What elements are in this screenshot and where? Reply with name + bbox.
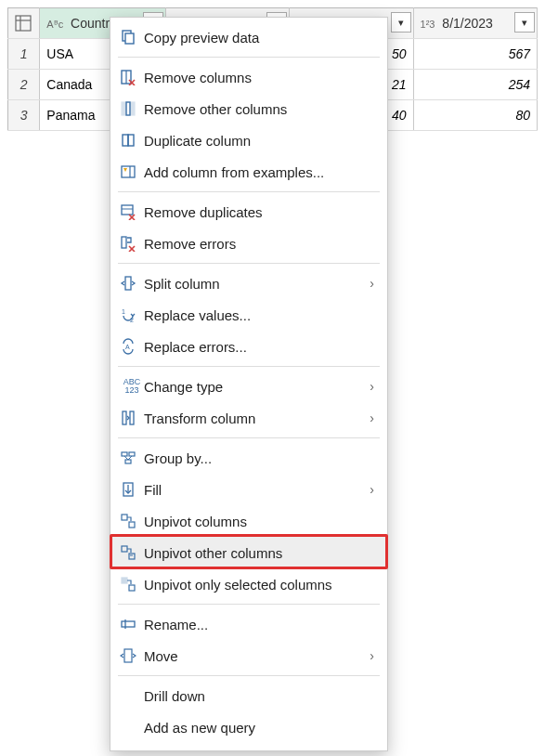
svg-rect-39: [122, 546, 127, 552]
svg-rect-42: [129, 585, 135, 591]
menu-fill[interactable]: Fill ›: [110, 474, 387, 505]
svg-rect-29: [130, 411, 134, 424]
table-icon: [15, 15, 32, 32]
svg-rect-30: [122, 452, 127, 456]
menu-label: Split column: [144, 276, 370, 292]
menu-remove-errors[interactable]: Remove errors: [110, 228, 387, 259]
cell-d3[interactable]: 567: [413, 39, 537, 70]
menu-replace-values[interactable]: 12 Replace values...: [110, 299, 387, 331]
menu-separator: [118, 366, 380, 367]
submenu-arrow-icon: ›: [370, 648, 374, 663]
row-number: 3: [8, 100, 40, 131]
menu-label: Transform column: [144, 411, 370, 426]
submenu-arrow-icon: ›: [370, 379, 374, 394]
menu-drill-down[interactable]: Drill down: [110, 680, 387, 711]
svg-rect-0: [16, 16, 31, 31]
add-column-examples-icon: [120, 163, 144, 180]
menu-separator: [118, 604, 380, 605]
duplicate-column-icon: [120, 132, 144, 149]
remove-duplicates-icon: [120, 203, 144, 220]
menu-transform-column[interactable]: Transform column ›: [110, 402, 387, 434]
menu-separator: [118, 675, 380, 676]
menu-label: Remove other columns: [144, 101, 374, 117]
svg-text:2: 2: [130, 317, 134, 323]
svg-rect-11: [131, 102, 135, 115]
menu-split-column[interactable]: Split column ›: [110, 267, 387, 299]
type-number-icon: 1²3: [421, 19, 435, 30]
svg-rect-28: [123, 411, 126, 424]
menu-add-column-from-examples[interactable]: Add column from examples...: [110, 156, 387, 188]
svg-rect-10: [126, 102, 130, 115]
menu-separator: [118, 57, 380, 58]
svg-line-33: [124, 456, 128, 460]
svg-rect-14: [122, 166, 135, 177]
menu-separator: [118, 263, 380, 264]
menu-remove-duplicates[interactable]: Remove duplicates: [110, 196, 387, 228]
unpivot-selected-icon: [120, 576, 144, 593]
column-header-label: 8/1/2023: [442, 16, 493, 31]
svg-rect-41: [122, 578, 127, 583]
select-all-corner[interactable]: [8, 8, 40, 39]
menu-unpivot-selected-columns[interactable]: Unpivot only selected columns: [110, 568, 387, 600]
rename-icon: [120, 616, 144, 632]
svg-rect-38: [129, 522, 135, 528]
menu-replace-errors[interactable]: A Replace errors...: [110, 331, 387, 362]
menu-add-as-new-query[interactable]: Add as new query: [110, 711, 387, 743]
menu-unpivot-other-columns[interactable]: Unpivot other columns: [110, 537, 387, 568]
menu-label: Duplicate column: [144, 133, 374, 149]
menu-group-by[interactable]: Group by...: [110, 442, 387, 474]
remove-columns-icon: [120, 69, 144, 85]
svg-rect-31: [129, 452, 135, 456]
svg-rect-4: [125, 33, 134, 44]
cell-d3[interactable]: 254: [413, 70, 537, 100]
menu-label: Remove errors: [144, 236, 374, 252]
column-dropdown-d3[interactable]: ▾: [514, 12, 535, 33]
copy-icon: [120, 29, 144, 46]
menu-remove-columns[interactable]: Remove columns: [110, 61, 387, 93]
svg-rect-24: [125, 277, 131, 290]
svg-line-34: [128, 456, 132, 460]
replace-errors-icon: A: [120, 338, 144, 355]
menu-label: Unpivot other columns: [144, 545, 374, 561]
type-text-icon: Aᴮc: [46, 19, 63, 30]
menu-separator: [118, 437, 380, 438]
transform-column-icon: [120, 410, 144, 426]
menu-label: Add as new query: [144, 720, 374, 736]
replace-values-icon: 12: [120, 306, 144, 323]
menu-move[interactable]: Move ›: [110, 640, 387, 671]
menu-copy-preview-data[interactable]: Copy preview data: [110, 21, 387, 53]
cell-d3[interactable]: 80: [413, 100, 537, 131]
menu-label: Add column from examples...: [144, 164, 374, 180]
menu-duplicate-column[interactable]: Duplicate column: [110, 124, 387, 156]
submenu-arrow-icon: ›: [370, 276, 374, 291]
menu-label: Group by...: [144, 450, 374, 466]
unpivot-other-columns-icon: [120, 544, 144, 561]
svg-rect-13: [128, 135, 134, 146]
menu-label: Change type: [144, 379, 370, 395]
menu-label: Replace errors...: [144, 339, 374, 355]
menu-label: Move: [144, 648, 370, 664]
column-header-d3[interactable]: 1²3 8/1/2023 ▾: [413, 8, 537, 39]
menu-label: Unpivot columns: [144, 514, 374, 529]
move-icon: [120, 647, 144, 664]
unpivot-columns-icon: [120, 513, 144, 529]
svg-rect-17: [122, 205, 133, 215]
menu-label: Copy preview data: [144, 30, 374, 46]
menu-label: Replace values...: [144, 307, 374, 323]
submenu-arrow-icon: ›: [370, 482, 374, 497]
menu-change-type[interactable]: ABC 123 Change type ›: [110, 371, 387, 402]
menu-label: Fill: [144, 482, 370, 498]
svg-rect-37: [122, 515, 127, 520]
menu-label: Remove duplicates: [144, 204, 374, 220]
svg-marker-15: [123, 168, 127, 172]
svg-rect-12: [123, 135, 128, 146]
column-dropdown-d2[interactable]: ▾: [391, 12, 411, 33]
menu-remove-other-columns[interactable]: Remove other columns: [110, 93, 387, 124]
svg-rect-21: [122, 237, 126, 248]
svg-rect-45: [124, 649, 132, 662]
change-type-icon: ABC 123: [120, 378, 144, 395]
menu-unpivot-columns[interactable]: Unpivot columns: [110, 505, 387, 537]
menu-rename[interactable]: Rename...: [110, 608, 387, 640]
submenu-arrow-icon: ›: [370, 411, 374, 425]
svg-rect-9: [122, 102, 125, 115]
